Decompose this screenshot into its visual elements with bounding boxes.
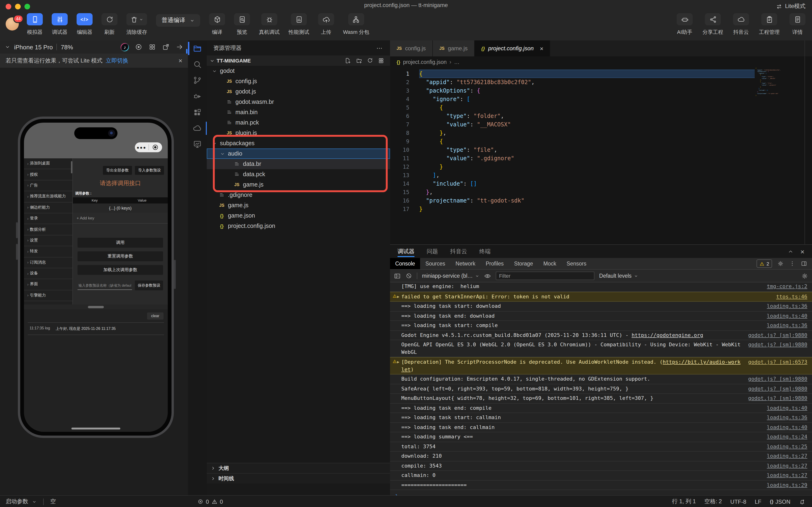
split-drag-handle[interactable] (24, 304, 168, 309)
miniapp-menu-订阅消息[interactable]: ›订阅消息 (24, 257, 72, 268)
console-row-18[interactable]: compile: 3543loading.ts:27 (390, 461, 812, 471)
activity-run-debug-icon[interactable] (188, 88, 207, 104)
toolbar-item-douyin-cloud[interactable]: 抖音云 (733, 13, 749, 36)
miniapp-menu-设置[interactable]: ›设置 (24, 235, 72, 246)
console-row-10[interactable]: SafeArea{ left=0, right=393, top=59, bot… (390, 384, 812, 394)
miniapp-menu-界面[interactable]: ›界面 (24, 279, 72, 290)
devtools-menu-icon[interactable] (789, 260, 796, 267)
devtools-tab-network[interactable]: Network (450, 258, 480, 269)
launch-params-dropdown[interactable]: 启动参数 (6, 498, 28, 506)
panel-tab-问题[interactable]: 问题 (427, 245, 438, 258)
miniapp-capsule-button[interactable]: ●●● (135, 143, 162, 152)
close-miniapp-icon[interactable] (149, 145, 162, 150)
miniapp-menu-设备[interactable]: ›设备 (24, 268, 72, 279)
close-notice-icon[interactable]: × (179, 57, 182, 64)
source-location-link[interactable]: godot.js? [sm]:9880 (748, 332, 807, 339)
tree-item-audio[interactable]: audio (207, 149, 390, 159)
toolbar-item-refresh[interactable]: 刷新 (102, 13, 117, 36)
toolbar-item-wasm-split[interactable]: Wasm 分包 (343, 13, 369, 36)
console-row-20[interactable]: =====================loading.ts:29 (390, 481, 812, 490)
console-row-2[interactable]: ▶failed to get StarkInnerApi: Error: tok… (390, 292, 812, 302)
cursor-position[interactable]: 行 1, 列 1 (672, 498, 696, 506)
tab-game.js[interactable]: JSgame.js (433, 41, 475, 56)
activity-performance-icon[interactable] (188, 136, 207, 152)
compile-mode-select[interactable]: 普通编译 (156, 14, 200, 27)
clear-log-button[interactable]: clear (147, 313, 164, 320)
tree-item-project.config.json[interactable]: {}project.config.json (207, 221, 390, 231)
source-location-link[interactable]: loading.ts:24 (767, 433, 807, 441)
outline-section[interactable]: 大纲 (207, 463, 390, 473)
console-sidebar-icon[interactable] (394, 272, 401, 279)
save-preset-button[interactable]: 保存参数预设 (135, 281, 163, 290)
preset-name-input[interactable] (77, 281, 132, 290)
toolbar-item-details[interactable]: 详情 (790, 13, 805, 36)
tree-item-data.br[interactable]: data.br (207, 159, 390, 169)
refresh-explorer-icon[interactable] (367, 57, 373, 64)
source-location-link[interactable]: loading.ts:25 (767, 443, 807, 450)
activity-cloud-icon[interactable] (188, 120, 207, 136)
miniapp-menu-数据分析[interactable]: ›数据分析 (24, 224, 72, 235)
tree-item-game.js[interactable]: JSgame.js (207, 200, 390, 211)
avatar[interactable]: 44 (6, 17, 19, 31)
console-row-4[interactable]: ==> loading task end: downloadloading.ts… (390, 311, 812, 321)
toolbar-item-editor[interactable]: </>编辑器 (76, 13, 93, 36)
miniapp-menu-添加到桌面[interactable]: ›添加到桌面 (24, 158, 72, 169)
more-icon[interactable]: ●●● (135, 145, 148, 150)
source-location-link[interactable]: tmg-core.js:2 (767, 283, 807, 290)
source-location-link[interactable]: godot.js? [sm]:9880 (748, 385, 807, 392)
encoding[interactable]: UTF-8 (730, 498, 746, 505)
source-location-link[interactable]: loading.ts:27 (767, 452, 807, 460)
devtools-tab-mock[interactable]: Mock (538, 258, 561, 269)
console-row-8[interactable]: ▶[Deprecation] The ScriptProcessorNode i… (390, 357, 812, 375)
miniapp-menu-登录[interactable]: ›登录 (24, 213, 72, 224)
new-file-icon[interactable] (344, 57, 351, 64)
miniapp-menu-授权[interactable]: ›授权 (24, 169, 72, 180)
panel-tab-调试器[interactable]: 调试器 (398, 245, 414, 258)
close-tab-icon[interactable]: × (540, 45, 543, 52)
clear-console-icon[interactable] (406, 273, 412, 279)
switch-now-link[interactable]: 立即切换 (106, 57, 128, 65)
console-row-6[interactable]: Godot Engine v4.5.1.rc.custom_build.8bcd… (390, 331, 812, 340)
bell-icon[interactable] (799, 498, 805, 505)
tree-item-plugin.js[interactable]: JSplugin.js (207, 128, 390, 138)
source-location-link[interactable]: godot.js? [sm]:9880 (748, 395, 807, 402)
tree-item-config.js[interactable]: JSconfig.js (207, 76, 390, 87)
source-location-link[interactable]: loading.ts:40 (767, 404, 807, 412)
toolbar-item-ai-assistant[interactable]: AI助手 (677, 13, 693, 36)
chevron-down-icon[interactable] (5, 44, 10, 50)
devtools-tab-storage[interactable]: Storage (509, 258, 538, 269)
tab-project.config.json[interactable]: {}project.config.json× (475, 41, 550, 56)
miniapp-menu-广告[interactable]: ›广告 (24, 180, 72, 191)
activity-source-control-icon[interactable] (188, 72, 207, 88)
tab-config.js[interactable]: JSconfig.js (390, 41, 433, 56)
devtools-settings-icon[interactable] (777, 260, 784, 267)
console-row-3[interactable]: ==> loading task start: downloadloading.… (390, 302, 812, 311)
console-link[interactable]: https://bit.ly/audio-worklet (401, 359, 741, 373)
dock-side-icon[interactable] (801, 260, 807, 267)
screen-record-icon[interactable] (135, 43, 142, 51)
toolbar-item-compile-mode[interactable]: 普通编译 (156, 14, 200, 27)
toolbar-item-upload[interactable]: 上传 (318, 13, 334, 36)
collapse-panel-icon[interactable] (788, 248, 794, 255)
console-settings-icon[interactable] (801, 272, 808, 279)
scrollbar-thumb[interactable] (71, 161, 72, 173)
devtools-tab-sources[interactable]: Sources (420, 258, 450, 269)
console-row-7[interactable]: OpenGL API OpenGL ES 3.0 (WebGL 2.0 (Ope… (390, 340, 812, 357)
tree-item-godot.wasm.br[interactable]: godot.wasm.br (207, 97, 390, 107)
eol-type[interactable]: LF (755, 498, 761, 505)
tree-item-subpackages[interactable]: subpackages (207, 138, 390, 149)
toolbar-item-compile[interactable]: 编译 (209, 13, 225, 36)
toolbar-item-perf-test[interactable]: 性能测试 (289, 13, 309, 36)
source-location-link[interactable]: ttos.ts:46 (776, 293, 807, 300)
console-link[interactable]: https://godotengine.org (632, 332, 703, 338)
zoom-level[interactable]: 78% (61, 44, 73, 51)
problems-status[interactable]: 0 0 (197, 498, 223, 505)
import-params-button[interactable]: 导入参数预设 (135, 166, 164, 175)
source-location-link[interactable]: godot.js? [sm]:9880 (748, 376, 807, 383)
console-prompt[interactable]: › (390, 490, 812, 496)
activity-extensions-icon[interactable] (188, 104, 207, 120)
console-row-13[interactable]: ==> loading task start: callmainloading.… (390, 413, 812, 422)
toolbar-item-debugger[interactable]: 调试器 (52, 13, 68, 36)
toolbar-item-share-project[interactable]: 分享工程 (702, 13, 723, 36)
breadcrumb[interactable]: {} project.config.json › … (390, 56, 812, 68)
